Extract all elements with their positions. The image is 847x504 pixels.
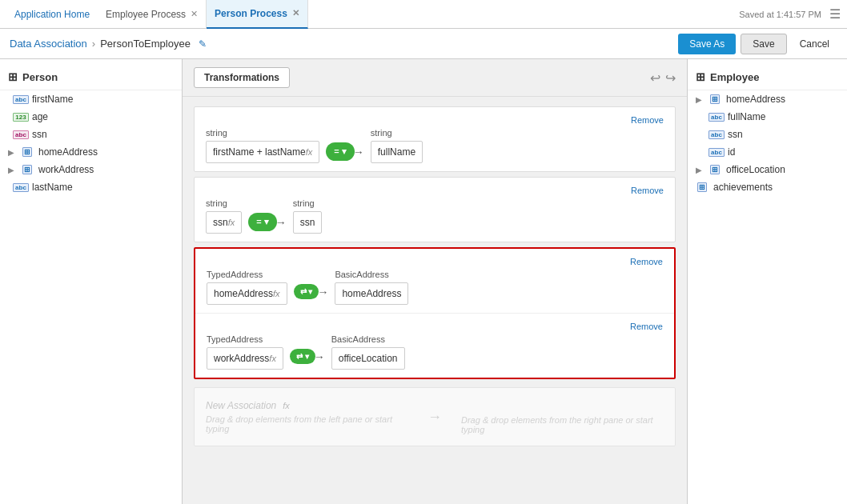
breadcrumb-current: PersonToEmployee (100, 38, 191, 50)
mapping-card-4: Remove TypedAddress workAddress fx ⇄ ▾ → (195, 314, 674, 378)
arrow-4: → (314, 350, 325, 363)
expand-home-right-icon[interactable]: ▶ (696, 95, 704, 104)
remove-btn-2[interactable]: Remove (206, 186, 664, 195)
right-panel-title: ⊞ Employee (688, 66, 847, 90)
left-input-4[interactable]: workAddress fx (207, 347, 283, 370)
left-item-ssn[interactable]: abc ssn (0, 126, 182, 143)
undo-redo-controls: ↩ ↪ (650, 70, 676, 86)
right-output-2[interactable]: ssn (293, 211, 323, 234)
transformations-button[interactable]: Transformations (194, 67, 290, 88)
left-panel-title: ⊞ Person (0, 66, 182, 90)
fx-icon-3[interactable]: fx (273, 289, 280, 298)
employee-grid-icon: ⊞ (696, 70, 705, 83)
string-icon: abc (14, 94, 27, 104)
new-assoc-hint-left: Drag & drop elements from the left pane … (206, 414, 408, 434)
new-assoc-arrow: → (428, 409, 442, 426)
hamburger-menu[interactable]: ☰ (829, 6, 841, 22)
new-association-card: New Association fx Drag & drop elements … (194, 387, 676, 446)
string-icon-last: abc (14, 182, 27, 192)
new-assoc-row: New Association fx Drag & drop elements … (206, 399, 664, 434)
remove-btn-3[interactable]: Remove (207, 257, 663, 266)
group-icon-achieve-right: ⊞ (696, 182, 709, 192)
left-type-2: string (206, 198, 242, 208)
mapping-card-1: Remove string firstName + lastName fx = … (194, 106, 676, 172)
expand-office-right-icon[interactable]: ▶ (696, 166, 704, 174)
left-panel: ⊞ Person abc firstName 123 age abc ssn ▶… (0, 59, 183, 504)
new-assoc-fx-icon[interactable]: fx (283, 401, 290, 410)
group-icon-home-right: ⊞ (709, 94, 721, 104)
left-item-workAddress[interactable]: ▶ ⊞ workAddress (0, 161, 182, 178)
right-type-2: string (293, 198, 323, 208)
connector-3: ⇄ ▾ → (294, 284, 329, 299)
mapping-cols-4: TypedAddress workAddress fx ⇄ ▾ → BasicA… (207, 334, 663, 370)
right-item-homeAddress[interactable]: ▶ ⊞ homeAddress (688, 90, 847, 108)
right-output-3[interactable]: homeAddress (335, 282, 408, 305)
mapping-card-2: Remove string ssn fx = ▾ → string (194, 177, 676, 242)
left-item-lastName[interactable]: abc lastName (0, 178, 182, 196)
left-item-firstName[interactable]: abc firstName (0, 90, 182, 108)
expand-work-icon[interactable]: ▶ (8, 166, 16, 174)
right-item-ssn[interactable]: abc ssn (688, 126, 847, 143)
left-input-1[interactable]: firstName + lastName fx (206, 141, 319, 163)
right-type-1: string (371, 128, 423, 138)
right-col-3: BasicAddress homeAddress (335, 270, 408, 305)
new-assoc-hint-right: Drag & drop elements from the right pane… (461, 415, 664, 434)
string-icon-id: abc (710, 147, 723, 157)
undo-button[interactable]: ↩ (650, 70, 660, 86)
person-process-close[interactable]: ✕ (292, 8, 299, 18)
left-input-3[interactable]: homeAddress fx (207, 282, 287, 305)
mapping-area: Remove string firstName + lastName fx = … (183, 97, 687, 456)
person-grid-icon: ⊞ (8, 70, 18, 83)
remove-btn-1[interactable]: Remove (206, 115, 664, 125)
right-item-officeLocation[interactable]: ▶ ⊞ officeLocation (688, 161, 847, 178)
connector-btn-4[interactable]: ⇄ ▾ (290, 349, 315, 364)
connector-btn-3[interactable]: ⇄ ▾ (294, 284, 319, 299)
breadcrumb-bar: Data Association › PersonToEmployee ✎ Sa… (0, 29, 847, 59)
tab-person-process[interactable]: Person Process ✕ (207, 0, 308, 29)
right-type-4: BasicAddress (331, 334, 405, 344)
connector-btn-1[interactable]: = ▾ (326, 142, 354, 161)
save-button[interactable]: Save (741, 34, 786, 54)
tab-employee-process[interactable]: Employee Process ✕ (98, 0, 207, 29)
left-item-homeAddress[interactable]: ▶ ⊞ homeAddress (0, 143, 182, 161)
fx-icon-2[interactable]: fx (228, 218, 235, 227)
left-item-age[interactable]: 123 age (0, 108, 182, 126)
number-icon: 123 (14, 112, 27, 122)
connector-1: = ▾ → (326, 142, 363, 161)
mapping-cols-2: string ssn fx = ▾ → string ssn (206, 198, 664, 234)
arrow-3: → (317, 286, 328, 298)
right-item-id[interactable]: abc id (688, 143, 847, 161)
connector-btn-2[interactable]: = ▾ (248, 213, 276, 231)
main-layout: ⊞ Person abc firstName 123 age abc ssn ▶… (0, 59, 847, 504)
fx-icon-4[interactable]: fx (269, 354, 276, 363)
cancel-button[interactable]: Cancel (792, 34, 837, 54)
left-col-3: TypedAddress homeAddress fx (207, 270, 287, 305)
mapping-cols-3: TypedAddress homeAddress fx ⇄ ▾ → BasicA… (207, 270, 663, 305)
breadcrumb-separator: › (92, 38, 95, 50)
app-home-link[interactable]: Application Home (6, 9, 98, 20)
right-item-achievements[interactable]: ⊞ achievements (688, 178, 847, 196)
breadcrumb-data-association[interactable]: Data Association (10, 38, 87, 50)
remove-btn-4[interactable]: Remove (207, 322, 663, 331)
employee-process-close[interactable]: ✕ (191, 9, 198, 19)
left-type-1: string (206, 128, 319, 138)
arrow-1: → (353, 146, 364, 158)
group-icon-work: ⊞ (21, 165, 34, 174)
left-type-3: TypedAddress (207, 270, 287, 279)
right-item-fullName[interactable]: abc fullName (688, 108, 847, 126)
redo-button[interactable]: ↪ (665, 70, 676, 86)
connector-4: ⇄ ▾ → (290, 349, 325, 364)
save-as-button[interactable]: Save As (678, 34, 736, 54)
arrow-2: → (275, 216, 287, 229)
breadcrumb-actions: Save As Save Cancel (678, 34, 837, 54)
left-input-2[interactable]: ssn fx (206, 211, 242, 234)
selected-mapping-group: Remove TypedAddress homeAddress fx ⇄ ▾ → (194, 247, 676, 379)
right-col-2: string ssn (293, 198, 323, 234)
expand-home-icon[interactable]: ▶ (8, 148, 16, 157)
left-col-1: string firstName + lastName fx (206, 128, 319, 163)
right-output-4[interactable]: officeLocation (331, 347, 405, 370)
string-icon-ssn: abc (710, 130, 723, 139)
fx-icon-1[interactable]: fx (306, 147, 313, 157)
edit-icon[interactable]: ✎ (199, 38, 207, 50)
right-output-1[interactable]: fullName (371, 141, 423, 163)
